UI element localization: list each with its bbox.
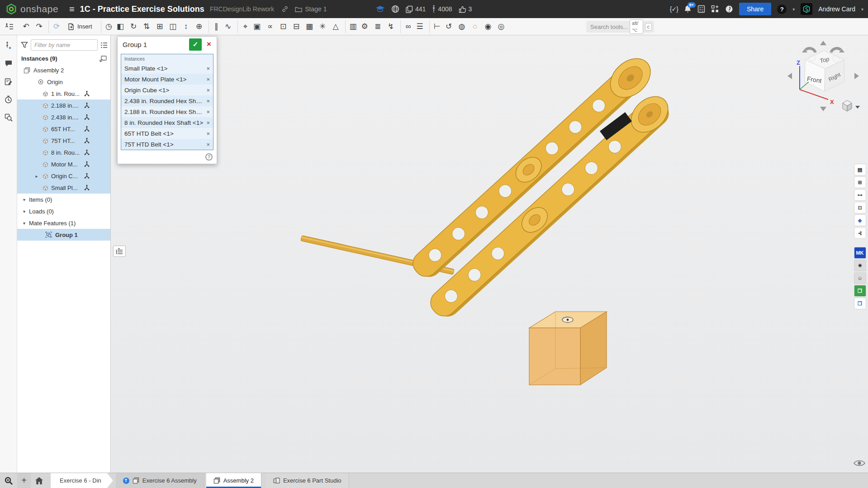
ball-mate-icon[interactable]: ⊕: [193, 20, 206, 33]
versions-count[interactable]: 4008: [432, 5, 452, 13]
feature-list-toggle-button[interactable]: [113, 246, 126, 257]
insert-button[interactable]: Insert: [63, 21, 96, 32]
selected-instance-row[interactable]: 2.438 in. Rounded Hex Shaft <... ×: [121, 95, 213, 106]
filter-input[interactable]: [31, 39, 98, 51]
accept-button[interactable]: ✓: [189, 38, 202, 51]
hidden-instances-icon[interactable]: ◌: [469, 20, 482, 33]
app-store-icon[interactable]: [711, 5, 719, 13]
mate-connector-icon[interactable]: ⌖: [237, 20, 251, 33]
help-icon[interactable]: ?: [777, 5, 787, 14]
undo-icon[interactable]: ↶: [19, 20, 33, 33]
mate-connector-icon[interactable]: [84, 102, 90, 109]
history-icon[interactable]: [2, 93, 15, 106]
tab-exercise-6-dim[interactable]: Exercise 6 - Din: [51, 473, 113, 488]
orbit-icon[interactable]: ↺: [442, 20, 455, 33]
gem-app-icon[interactable]: ◈: [854, 214, 866, 226]
explode-icon[interactable]: △: [329, 20, 342, 33]
fastened-mate-icon[interactable]: ◧: [114, 20, 127, 33]
section-view-icon[interactable]: ◍: [455, 20, 469, 33]
remove-instance-icon[interactable]: ×: [204, 130, 210, 137]
selected-instance-row[interactable]: 65T HTD Belt <1> ×: [121, 128, 213, 139]
remove-instance-icon[interactable]: ×: [204, 98, 210, 104]
user-name[interactable]: Andrew Card: [818, 5, 855, 13]
mate-connector-icon[interactable]: [84, 185, 90, 191]
circular-pattern-icon[interactable]: ✳: [316, 20, 329, 33]
replicate-icon[interactable]: ⊡: [277, 20, 290, 33]
display-states-icon[interactable]: ▥: [345, 20, 358, 33]
remove-instance-icon[interactable]: ×: [204, 76, 210, 83]
tab-exercise-6-part-studio[interactable]: Exercise 6 Part Studio: [266, 473, 349, 488]
blue-book-app-icon[interactable]: ❐: [854, 298, 866, 309]
remove-instance-icon[interactable]: ×: [204, 109, 210, 115]
selected-instance-row[interactable]: Origin Cube <1> ×: [121, 85, 213, 95]
screw-relation-icon[interactable]: ↯: [384, 20, 398, 33]
instance-row[interactable]: ▸ 1 in. Rou...: [17, 88, 110, 99]
show-mate-connectors-icon[interactable]: ◉: [482, 20, 495, 33]
assembly-root-row[interactable]: Assembly 2: [17, 64, 110, 76]
measure-icon[interactable]: ⊢: [429, 20, 442, 33]
origin-row[interactable]: Origin: [17, 76, 110, 88]
section-chevron-icon[interactable]: ▾: [23, 209, 25, 214]
mate-connector-icon[interactable]: [84, 173, 90, 179]
green-book-app-icon[interactable]: ❐: [854, 285, 866, 297]
butterfly-app-icon[interactable]: ✳: [854, 260, 866, 271]
learning-center-icon[interactable]: [725, 5, 733, 13]
notifications-bell-icon[interactable]: 9+: [684, 5, 692, 13]
revision-clock-icon[interactable]: ◷: [101, 20, 114, 33]
rotate-right-arrow-icon[interactable]: [854, 73, 859, 79]
filter-icon[interactable]: [21, 42, 28, 48]
onshape-logo[interactable]: onshape: [0, 3, 63, 15]
mate-connector-icon[interactable]: [84, 137, 90, 144]
share-button[interactable]: Share: [739, 3, 771, 15]
list-view-icon[interactable]: [100, 42, 108, 48]
mate-connector-icon[interactable]: [84, 161, 90, 167]
doc-properties-icon[interactable]: ▤: [854, 164, 866, 175]
remove-instance-icon[interactable]: ×: [204, 87, 210, 94]
redo-icon[interactable]: ↷: [33, 20, 46, 33]
tab-assembly-2[interactable]: Assembly 2: [206, 473, 261, 488]
featurescript-icon[interactable]: {✓}: [670, 5, 678, 13]
origin-cube-part[interactable]: [529, 312, 607, 385]
robot-app-icon[interactable]: ☺: [854, 272, 866, 284]
instances-selection-box[interactable]: Instances Small Plate <1> × Motor Mount …: [121, 54, 213, 150]
instance-row[interactable]: ▸ Motor M...: [17, 158, 110, 170]
breadcrumb-folder[interactable]: Stage 1: [295, 5, 327, 13]
versions-graph-icon[interactable]: [2, 39, 15, 52]
selected-instance-row[interactable]: 2.188 in. Rounded Hex Shaft <... ×: [121, 106, 213, 117]
pin-slot-mate-icon[interactable]: ↕: [180, 20, 193, 33]
belt-relation-icon[interactable]: ∞: [400, 20, 413, 33]
mate-connector-icon[interactable]: [84, 126, 90, 132]
cancel-button[interactable]: ×: [204, 38, 214, 51]
remove-instance-icon[interactable]: ×: [204, 65, 210, 72]
gear-relation-icon[interactable]: ⚙: [358, 20, 371, 33]
selected-instance-row[interactable]: Motor Mount Plate <1> ×: [121, 74, 213, 85]
search-tabs-icon[interactable]: [0, 473, 17, 488]
remove-instance-icon[interactable]: ×: [204, 119, 210, 126]
3d-viewer-app-icon[interactable]: ⊞: [854, 176, 866, 188]
instance-row[interactable]: ▸ 65T HT...: [17, 123, 110, 135]
mate-relation-icon[interactable]: ∝: [264, 20, 277, 33]
expand-chevron-icon[interactable]: ▸: [33, 174, 40, 179]
copies-count[interactable]: 441: [406, 5, 426, 13]
instance-row[interactable]: ▸ 2.438 in....: [17, 111, 110, 123]
mate-connector-icon[interactable]: [84, 149, 90, 156]
bom-icon[interactable]: ☰: [413, 20, 427, 33]
custom-app-icon[interactable]: ⊰: [854, 227, 866, 239]
panel-section-row[interactable]: ▾ Loads (0): [17, 205, 110, 217]
sync-icon[interactable]: ⟳: [48, 20, 62, 33]
rack-pinion-relation-icon[interactable]: ≣: [371, 20, 384, 33]
new-tab-button[interactable]: +: [17, 473, 31, 488]
tangent-mate-icon[interactable]: ∿: [222, 20, 235, 33]
assembly-structure-icon[interactable]: [3, 20, 16, 33]
cube-mate-connector-icon[interactable]: [562, 317, 573, 322]
mate-connector-icon[interactable]: [84, 114, 90, 120]
instance-row[interactable]: ▸ 8 in. Rou...: [17, 147, 110, 158]
remove-instance-icon[interactable]: ×: [204, 141, 210, 148]
likes-count[interactable]: 3: [459, 5, 472, 13]
instance-row[interactable]: ▸ 2.188 in....: [17, 99, 110, 111]
panel-section-row[interactable]: ▾ Mate Features (1): [17, 217, 110, 229]
link-icon[interactable]: [281, 5, 289, 13]
mate-feature-group-row[interactable]: Group 1: [17, 229, 110, 241]
selected-instance-row[interactable]: 75T HTD Belt <1> ×: [121, 139, 213, 150]
revolute-mate-icon[interactable]: ↻: [127, 20, 140, 33]
